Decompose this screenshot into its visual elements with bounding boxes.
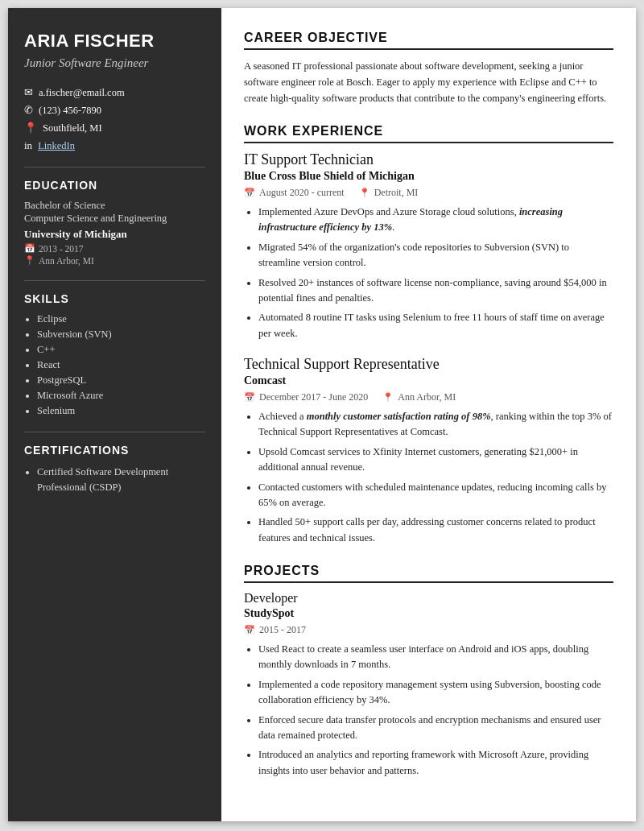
work-experience-heading: WORK EXPERIENCE [244, 124, 613, 143]
work-experience-block: WORK EXPERIENCE IT Support Technician Bl… [244, 124, 613, 546]
linkedin-link[interactable]: LinkedIn [38, 140, 75, 152]
location-item: 📍 Southfield, MI [24, 122, 205, 134]
contact-section: ✉ a.fischer@email.com ✆ (123) 456-7890 📍… [24, 86, 205, 152]
skill-item: Subversion (SVN) [37, 329, 205, 341]
job-2-location: 📍 Ann Arbor, MI [382, 391, 456, 403]
skill-item: Eclipse [37, 313, 205, 325]
pin-icon: 📍 [359, 188, 370, 198]
pin-icon: 📍 [24, 255, 35, 266]
phone-item: ✆ (123) 456-7890 [24, 104, 205, 117]
bullet-item: Used React to create a seamless user int… [258, 642, 613, 673]
bullet-item: Implemented a code repository management… [258, 677, 613, 709]
job-2-title: Technical Support Representative [244, 356, 613, 373]
pin-icon: 📍 [382, 392, 394, 403]
skills-heading: SKILLS [24, 292, 205, 305]
skills-section: SKILLS Eclipse Subversion (SVN) C++ Reac… [24, 292, 205, 417]
project-1-dates: 📅 2015 - 2017 [244, 624, 306, 636]
certifications-heading: CERTIFICATIONS [24, 444, 205, 457]
bullet-item: Introduced an analytics and reporting fr… [258, 747, 613, 779]
cert-list: Certified Software Development Professio… [24, 465, 205, 495]
skill-item: Selenium [37, 405, 205, 417]
projects-block: PROJECTS Developer StudySpot 📅 2015 - 20… [244, 564, 613, 779]
candidate-name: ARIA FISCHER [24, 31, 205, 52]
edu-degree: Bachelor of Science [24, 200, 205, 212]
calendar-icon: 📅 [244, 625, 255, 635]
main-content: CAREER OBJECTIVE A seasoned IT professio… [221, 8, 636, 821]
cert-item: Certified Software Development Professio… [37, 465, 205, 495]
skills-list: Eclipse Subversion (SVN) C++ React Postg… [24, 313, 205, 417]
email-address: a.fischer@email.com [39, 87, 125, 99]
phone-number: (123) 456-7890 [39, 105, 101, 117]
edu-school: University of Michigan [24, 228, 205, 241]
skill-item: React [37, 359, 205, 371]
job-2-meta: 📅 December 2017 - June 2020 📍 Ann Arbor,… [244, 391, 613, 403]
job-1-bullets: Implemented Azure DevOps and Azure Stora… [244, 205, 613, 341]
job-2-company: Comcast [244, 374, 613, 387]
career-objective-block: CAREER OBJECTIVE A seasoned IT professio… [244, 31, 613, 106]
job-2: Technical Support Representative Comcast… [244, 356, 613, 546]
skill-item: C++ [37, 344, 205, 356]
linkedin-icon: in [24, 139, 32, 152]
bullet-item: Upsold Comcast services to Xfinity Inter… [258, 444, 613, 476]
bullet-item: Implemented Azure DevOps and Azure Stora… [258, 205, 613, 236]
location-icon: 📍 [24, 122, 37, 134]
project-1-meta: 📅 2015 - 2017 [244, 624, 613, 636]
calendar-icon: 📅 [244, 392, 255, 403]
candidate-title: Junior Software Engineer [24, 55, 205, 72]
bullet-item: Resolved 20+ instances of software licen… [258, 275, 613, 307]
bullet-item: Contacted customers with scheduled maint… [258, 480, 613, 511]
edu-dates: 📅 2013 - 2017 [24, 243, 205, 254]
certifications-section: CERTIFICATIONS Certified Software Develo… [24, 444, 205, 495]
edu-location: 📍 Ann Arbor, MI [24, 255, 205, 266]
edu-field: Computer Science and Engineering [24, 213, 205, 225]
career-objective-heading: CAREER OBJECTIVE [244, 31, 613, 50]
email-icon: ✉ [24, 86, 33, 99]
job-1: IT Support Technician Blue Cross Blue Sh… [244, 151, 613, 341]
bullet-item: Automated 8 routine IT tasks using Selen… [258, 310, 613, 341]
resume-container: ARIA FISCHER Junior Software Engineer ✉ … [8, 8, 636, 821]
job-1-company: Blue Cross Blue Shield of Michigan [244, 170, 613, 183]
job-1-meta: 📅 August 2020 - current 📍 Detroit, MI [244, 187, 613, 199]
divider-1 [24, 167, 205, 167]
project-1-bullets: Used React to create a seamless user int… [244, 642, 613, 779]
calendar-icon: 📅 [244, 188, 255, 198]
skill-item: Microsoft Azure [37, 390, 205, 402]
calendar-icon: 📅 [24, 243, 35, 254]
project-1: Developer StudySpot 📅 2015 - 2017 Used R… [244, 591, 613, 779]
education-heading: EDUCATION [24, 179, 205, 192]
job-2-bullets: Achieved a monthly customer satisfaction… [244, 409, 613, 546]
divider-2 [24, 280, 205, 281]
project-1-role: Developer [244, 591, 613, 606]
job-1-location: 📍 Detroit, MI [359, 187, 419, 199]
phone-icon: ✆ [24, 104, 33, 117]
divider-3 [24, 432, 205, 432]
job-1-title: IT Support Technician [244, 151, 613, 168]
project-1-org: StudySpot [244, 607, 613, 620]
linkedin-item[interactable]: in LinkedIn [24, 139, 205, 152]
bullet-item: Enforced secure data transfer protocols … [258, 713, 613, 744]
job-1-dates: 📅 August 2020 - current [244, 187, 345, 199]
bullet-item: Achieved a monthly customer satisfaction… [258, 409, 613, 440]
email-item: ✉ a.fischer@email.com [24, 86, 205, 99]
projects-heading: PROJECTS [244, 564, 613, 583]
job-2-dates: 📅 December 2017 - June 2020 [244, 391, 368, 403]
bullet-item: Migrated 54% of the organization's code … [258, 240, 613, 271]
sidebar: ARIA FISCHER Junior Software Engineer ✉ … [8, 8, 221, 821]
location-text: Southfield, MI [43, 122, 102, 134]
career-objective-text: A seasoned IT professional passionate ab… [244, 58, 613, 106]
skill-item: PostgreSQL [37, 374, 205, 387]
education-section: EDUCATION Bachelor of Science Computer S… [24, 179, 205, 266]
bullet-item: Handled 50+ support calls per day, addre… [258, 515, 613, 546]
